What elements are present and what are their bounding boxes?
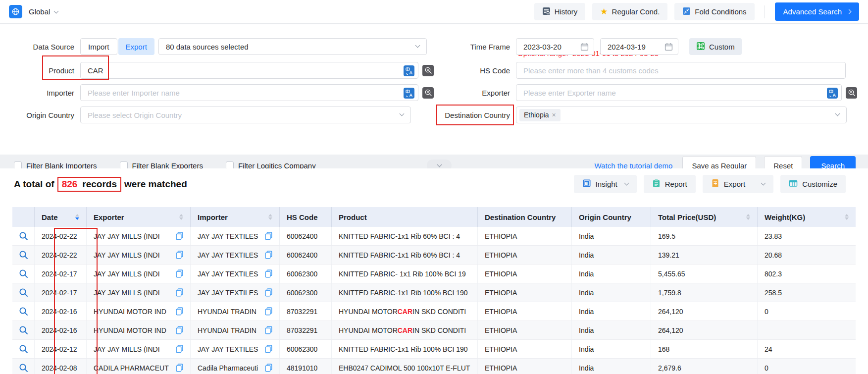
col-header-importer[interactable]: Importer bbox=[191, 207, 280, 227]
row-detail-search-icon[interactable] bbox=[12, 340, 35, 358]
data-source-select[interactable]: 80 data sources selected bbox=[158, 38, 427, 55]
sort-icons[interactable] bbox=[179, 214, 183, 220]
cell-origin-country: India bbox=[572, 340, 651, 358]
importer-input[interactable] bbox=[81, 85, 418, 101]
copy-icon[interactable] bbox=[265, 364, 272, 372]
row-detail-search-icon[interactable] bbox=[12, 227, 35, 245]
history-button[interactable]: History bbox=[534, 3, 586, 20]
export-button[interactable]: Export bbox=[703, 175, 773, 193]
importer-value: JAY JAY TEXTILES bbox=[198, 251, 258, 259]
translate-icon[interactable]: A bbox=[827, 88, 838, 99]
date-value: 2024-02-08 bbox=[42, 364, 77, 372]
hs-code-input[interactable] bbox=[516, 62, 845, 78]
remove-tag-icon[interactable]: × bbox=[552, 111, 556, 119]
customize-button[interactable]: Customize bbox=[780, 175, 846, 193]
topbar-divider bbox=[765, 5, 765, 18]
product-text: KNITTED FABRIC-1x1 Rib 60% BCI : 4 bbox=[339, 232, 460, 240]
hs-code-field[interactable] bbox=[516, 62, 846, 79]
cell-importer: Cadila Pharmaceuti bbox=[191, 359, 280, 374]
table-body: 2024-02-22JAY JAY MILLS (INDIJAY JAY TEX… bbox=[12, 227, 856, 374]
exact-match-icon[interactable] bbox=[422, 87, 434, 99]
exporter-input[interactable] bbox=[516, 85, 841, 101]
copy-icon[interactable] bbox=[265, 251, 272, 259]
copy-icon[interactable] bbox=[265, 269, 272, 278]
weight-value: 24 bbox=[765, 345, 772, 353]
copy-icon[interactable] bbox=[265, 307, 272, 316]
translate-icon[interactable]: A bbox=[404, 88, 414, 99]
col-header-date[interactable]: Date bbox=[35, 207, 87, 227]
exporter-value: JAY JAY MILLS (INDI bbox=[94, 345, 160, 353]
exporter-field[interactable]: A bbox=[516, 84, 842, 101]
cell-destination-country: ETHIOPIA bbox=[478, 340, 572, 358]
copy-icon[interactable] bbox=[265, 326, 272, 334]
sort-asc-icon[interactable] bbox=[75, 214, 79, 216]
copy-icon[interactable] bbox=[176, 364, 183, 372]
sort-icons[interactable] bbox=[845, 214, 849, 220]
date-to-field[interactable] bbox=[600, 38, 678, 55]
col-header-weight[interactable]: Weight(KG) bbox=[758, 207, 856, 227]
copy-icon[interactable] bbox=[265, 345, 272, 353]
cell-origin-country: India bbox=[572, 302, 651, 321]
row-detail-search-icon[interactable] bbox=[12, 283, 35, 302]
sort-desc-icon[interactable] bbox=[845, 217, 849, 220]
copy-icon[interactable] bbox=[176, 288, 183, 297]
exact-match-icon[interactable] bbox=[422, 65, 434, 76]
row-detail-search-icon[interactable] bbox=[12, 321, 35, 339]
records-word: records bbox=[82, 179, 117, 190]
copy-icon[interactable] bbox=[176, 307, 183, 316]
exporter-value: JAY JAY MILLS (INDI bbox=[94, 251, 160, 259]
copy-icon[interactable] bbox=[176, 345, 183, 353]
sort-desc-icon[interactable] bbox=[746, 217, 750, 220]
origin-country-select[interactable]: Please select Origin Country bbox=[80, 107, 411, 123]
copy-icon[interactable] bbox=[176, 269, 183, 278]
advanced-search-label: Advanced Search bbox=[783, 7, 842, 16]
copy-icon[interactable] bbox=[265, 288, 272, 297]
product-field[interactable]: A bbox=[80, 62, 418, 79]
copy-icon[interactable] bbox=[176, 251, 183, 259]
regular-cond-button[interactable]: ★ Regular Cond. bbox=[592, 3, 667, 20]
sort-icons[interactable] bbox=[746, 214, 750, 220]
cell-destination-country: ETHIOPIA bbox=[478, 246, 572, 264]
sort-desc-icon[interactable] bbox=[268, 217, 272, 220]
row-detail-search-icon[interactable] bbox=[12, 265, 35, 283]
copy-icon[interactable] bbox=[176, 232, 183, 240]
data-source-label: Data Source bbox=[0, 43, 74, 51]
copy-icon[interactable] bbox=[176, 326, 183, 334]
insight-button[interactable]: BI Insight bbox=[574, 175, 637, 193]
importer-field[interactable]: A bbox=[80, 84, 418, 101]
col-header-total-price[interactable]: Total Price(USD) bbox=[651, 207, 758, 227]
sort-desc-icon[interactable] bbox=[75, 217, 79, 220]
hs-code-value: 60062400 bbox=[287, 251, 317, 259]
chevron-down-icon[interactable] bbox=[761, 181, 766, 186]
product-text: IN SKD CONDITI bbox=[412, 326, 466, 334]
import-toggle-button[interactable]: Import bbox=[80, 38, 117, 55]
calendar-icon[interactable] bbox=[664, 43, 673, 53]
col-header-exporter[interactable]: Exporter bbox=[87, 207, 191, 227]
region-chevron-down-icon[interactable] bbox=[54, 8, 59, 13]
custom-range-button[interactable]: Custom bbox=[689, 38, 742, 55]
translate-icon[interactable]: A bbox=[404, 65, 414, 76]
fold-conditions-button[interactable]: Fold Conditions bbox=[674, 3, 754, 20]
sort-icons[interactable] bbox=[75, 214, 79, 220]
row-detail-search-icon[interactable] bbox=[12, 359, 35, 374]
cell-hs-code: 87032291 bbox=[280, 321, 332, 339]
product-input[interactable] bbox=[81, 62, 418, 78]
report-button[interactable]: Report bbox=[644, 175, 696, 193]
sort-asc-icon[interactable] bbox=[179, 214, 183, 216]
export-toggle-button[interactable]: Export bbox=[118, 38, 154, 55]
cell-product: KNITTED FABRIC-1x1 Rib 60% BCI : 4 bbox=[332, 227, 478, 245]
sort-icons[interactable] bbox=[268, 214, 272, 220]
destination-country-select[interactable]: Ethiopia × bbox=[516, 107, 847, 123]
sort-desc-icon[interactable] bbox=[179, 217, 183, 220]
sort-asc-icon[interactable] bbox=[845, 214, 849, 216]
calendar-icon[interactable] bbox=[580, 43, 589, 53]
destination-value: ETHIOPIA bbox=[485, 326, 517, 334]
copy-icon[interactable] bbox=[265, 232, 272, 240]
row-detail-search-icon[interactable] bbox=[12, 302, 35, 321]
sort-asc-icon[interactable] bbox=[746, 214, 750, 216]
sort-asc-icon[interactable] bbox=[268, 214, 272, 216]
advanced-search-button[interactable]: Advanced Search bbox=[775, 2, 859, 21]
exact-match-icon[interactable] bbox=[846, 87, 857, 99]
row-detail-search-icon[interactable] bbox=[12, 246, 35, 264]
date-from-field[interactable] bbox=[516, 38, 594, 55]
